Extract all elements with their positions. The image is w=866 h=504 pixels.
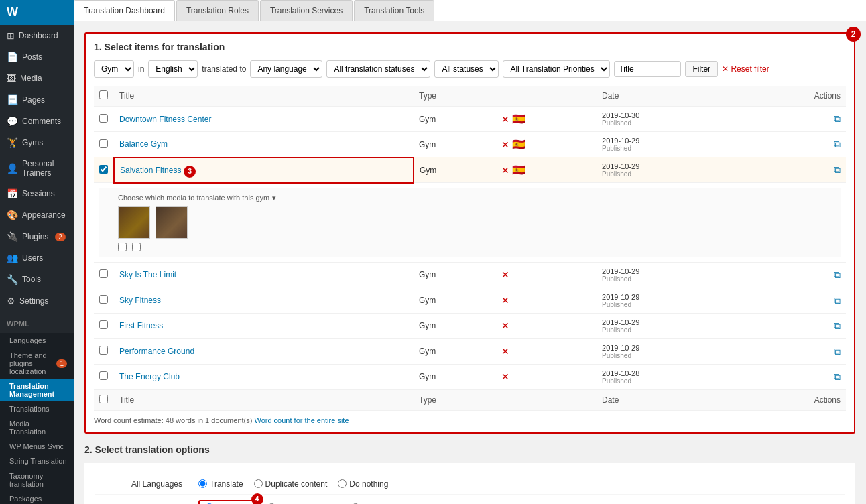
row-checkbox[interactable] [99, 165, 108, 174]
word-count-link[interactable]: Word count for the entire site [254, 416, 349, 424]
row-actions: ⧉ [738, 338, 846, 364]
sidebar-item-label: Settings [19, 296, 48, 306]
title-search-input[interactable] [614, 61, 681, 77]
all-languages-label: All Languages [95, 479, 182, 489]
sidebar-item-settings[interactable]: ⚙ Settings [0, 290, 74, 312]
sidebar-item-theme-plugins[interactable]: Theme and plugins localization 1 [0, 348, 74, 379]
word-count: Word count estimate: 48 words in 1 docum… [94, 416, 846, 424]
sidebar-item-string-translation[interactable]: String Translation [0, 454, 74, 468]
media-thumb-1 [118, 206, 150, 239]
translate-action-icon[interactable]: ⧉ [834, 320, 841, 331]
date-value: 2019-10-29 [602, 344, 733, 352]
translate-action-icon[interactable]: ⧉ [834, 139, 841, 149]
cross-icon: ✕ [501, 269, 509, 280]
status-value: Published [602, 275, 733, 283]
sidebar-item-users[interactable]: 👥 Users [0, 247, 74, 269]
priorities-select[interactable]: All Translation Priorities [503, 60, 610, 78]
sidebar-item-appearance[interactable]: 🎨 Appearance [0, 204, 74, 226]
date-value: 2019-10-29 [602, 318, 733, 326]
row-checkbox[interactable] [99, 139, 108, 148]
tab-dashboard[interactable]: Translation Dashboard [74, 0, 175, 21]
gyms-icon: 🏋 [7, 137, 18, 148]
select-all-checkbox[interactable] [99, 90, 108, 99]
dashboard-icon: ⊞ [7, 30, 15, 41]
packages-label: Packages [9, 495, 42, 503]
row-checkbox[interactable] [99, 114, 108, 123]
sidebar-item-posts[interactable]: 📄 Posts [0, 46, 74, 68]
sidebar-item-media-translation[interactable]: Media Translation [0, 416, 74, 439]
row-date: 2019-10-29 Published [597, 262, 738, 288]
all-duplicate-radio[interactable] [254, 479, 263, 488]
footer-select-all-checkbox[interactable] [99, 395, 108, 403]
row-title-link[interactable]: Sky Is The Limit [119, 270, 176, 279]
row-title-link[interactable]: Sky Fitness [119, 296, 161, 305]
sidebar-item-sessions[interactable]: 📅 Sessions [0, 183, 74, 204]
row-checkbox[interactable] [99, 269, 108, 278]
sidebar-item-dashboard[interactable]: ⊞ Dashboard [0, 25, 74, 46]
filter-row: Gym in English translated to Any languag… [94, 60, 846, 78]
tab-roles[interactable]: Translation Roles [176, 0, 259, 21]
trainers-icon: 👤 [7, 163, 18, 174]
sidebar-item-gyms[interactable]: 🏋 Gyms [0, 132, 74, 153]
header-type: Type [414, 86, 496, 107]
sidebar-item-languages[interactable]: Languages [0, 333, 74, 348]
reset-filter-button[interactable]: ✕ Reset filter [722, 64, 769, 74]
sidebar-item-comments[interactable]: 💬 Comments [0, 111, 74, 132]
row-type: Gym [414, 313, 496, 338]
sidebar-item-wp-menus-sync[interactable]: WP Menus Sync [0, 439, 74, 454]
sidebar-item-packages[interactable]: Packages [0, 491, 74, 504]
sidebar-item-translations[interactable]: Translations [0, 401, 74, 416]
row-checkbox[interactable] [99, 346, 108, 355]
row-title-link[interactable]: The Energy Club [119, 372, 180, 381]
sidebar-item-tools[interactable]: 🔧 Tools [0, 269, 74, 290]
all-translate-option[interactable]: Translate [198, 479, 243, 489]
type-select[interactable]: Gym [94, 60, 134, 78]
row-title-link[interactable]: First Fitness [119, 321, 163, 330]
filter-button[interactable]: Filter [685, 61, 718, 77]
tab-services[interactable]: Translation Services [260, 0, 353, 21]
translate-action-icon[interactable]: ⧉ [834, 346, 841, 357]
translate-action-icon[interactable]: ⧉ [834, 371, 841, 382]
status-value: Published [602, 301, 733, 308]
row-date: 2019-10-29 Published [597, 288, 738, 313]
row-title-link[interactable]: Downtown Fitness Center [119, 115, 211, 124]
all-translate-radio[interactable] [198, 479, 207, 488]
language-select[interactable]: English [148, 60, 198, 78]
sidebar-item-plugins[interactable]: 🔌 Plugins 2 [0, 226, 74, 247]
all-statuses-select[interactable]: All statuses [434, 60, 499, 78]
row-checkbox[interactable] [99, 320, 108, 329]
sidebar-item-translation-management[interactable]: Translation Management [0, 379, 74, 401]
row-type: Gym [414, 132, 496, 158]
table-header-row: Title Type Date Actions [94, 86, 846, 107]
header-actions: Actions [738, 86, 846, 107]
row-checkbox[interactable] [99, 371, 108, 380]
spanish-row: 🇪🇸 Spanish Translate 4 Duplicate content [95, 495, 845, 505]
row-title-link[interactable]: Salvation Fitness [120, 166, 181, 175]
all-duplicate-option[interactable]: Duplicate content [254, 479, 328, 489]
sidebar-item-media[interactable]: 🖼 Media [0, 68, 74, 89]
spanish-translate-option[interactable]: Translate 4 [198, 500, 257, 505]
row-actions: ⧉ [738, 132, 846, 158]
row-title-link[interactable]: Balance Gym [119, 139, 168, 149]
translate-action-icon[interactable]: ⧉ [834, 269, 841, 280]
row-title-link[interactable]: Performance Ground [119, 346, 194, 356]
all-nothing-radio[interactable] [338, 479, 347, 488]
translate-action-icon[interactable]: ⧉ [834, 164, 841, 175]
wp-menus-sync-label: WP Menus Sync [9, 442, 64, 450]
media-checkbox-1[interactable] [118, 243, 127, 251]
translate-action-icon[interactable]: ⧉ [834, 295, 841, 306]
row-checkbox[interactable] [99, 295, 108, 304]
translation-status-select[interactable]: All translation statuses [326, 60, 430, 78]
all-nothing-option[interactable]: Do nothing [338, 479, 388, 489]
header-flag [496, 86, 597, 107]
sidebar-item-taxonomy-translation[interactable]: Taxonomy translation [0, 468, 74, 491]
tab-tools[interactable]: Translation Tools [354, 0, 434, 21]
flag-icon: 🇪🇸 [512, 139, 525, 150]
sidebar-item-pages[interactable]: 📃 Pages [0, 89, 74, 111]
sidebar-item-personal-trainers[interactable]: 👤 Personal Trainers [0, 153, 74, 183]
any-language-select[interactable]: Any language [250, 60, 322, 78]
row-checkbox-cell [94, 288, 114, 313]
media-checkbox-2[interactable] [132, 243, 141, 251]
translate-action-icon[interactable]: ⧉ [834, 113, 841, 124]
media-label-text: Choose which media to translate with thi… [118, 194, 269, 202]
